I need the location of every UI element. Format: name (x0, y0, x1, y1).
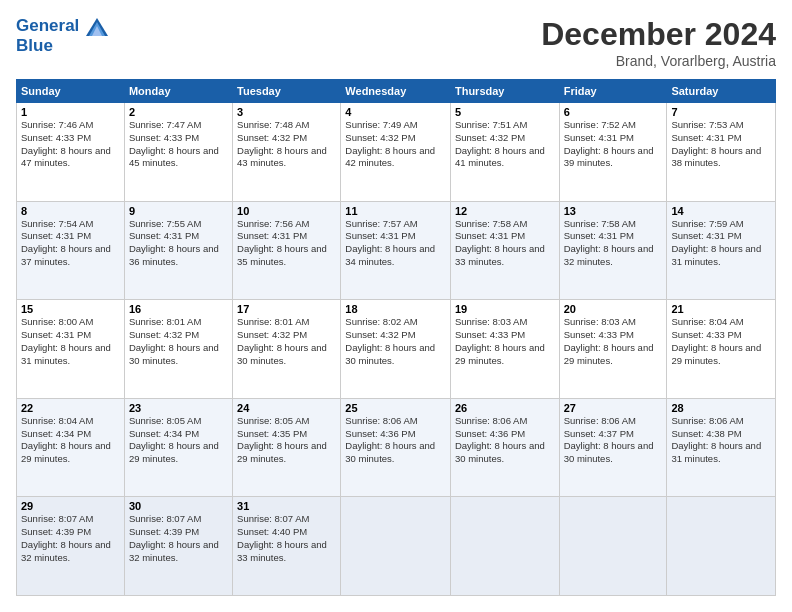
daylight-label: Daylight: 8 hours and 31 minutes. (671, 440, 761, 464)
sunset-label: Sunset: 4:33 PM (21, 132, 91, 143)
sunset-label: Sunset: 4:32 PM (237, 132, 307, 143)
calendar-week-row: 8 Sunrise: 7:54 AM Sunset: 4:31 PM Dayli… (17, 201, 776, 300)
sunrise-label: Sunrise: 8:04 AM (671, 316, 743, 327)
calendar-cell: 20 Sunrise: 8:03 AM Sunset: 4:33 PM Dayl… (559, 300, 667, 399)
sunrise-label: Sunrise: 8:01 AM (237, 316, 309, 327)
day-number: 2 (129, 106, 228, 118)
day-info: Sunrise: 8:01 AM Sunset: 4:32 PM Dayligh… (237, 316, 336, 367)
calendar-table: Sunday Monday Tuesday Wednesday Thursday… (16, 79, 776, 596)
day-number: 28 (671, 402, 771, 414)
daylight-label: Daylight: 8 hours and 30 minutes. (345, 440, 435, 464)
sunset-label: Sunset: 4:40 PM (237, 526, 307, 537)
day-number: 23 (129, 402, 228, 414)
day-info: Sunrise: 8:03 AM Sunset: 4:33 PM Dayligh… (455, 316, 555, 367)
col-wednesday: Wednesday (341, 80, 451, 103)
sunset-label: Sunset: 4:33 PM (129, 132, 199, 143)
day-number: 19 (455, 303, 555, 315)
calendar-week-row: 22 Sunrise: 8:04 AM Sunset: 4:34 PM Dayl… (17, 398, 776, 497)
sunrise-label: Sunrise: 7:59 AM (671, 218, 743, 229)
calendar-cell (450, 497, 559, 596)
sunrise-label: Sunrise: 7:55 AM (129, 218, 201, 229)
sunrise-label: Sunrise: 7:58 AM (564, 218, 636, 229)
daylight-label: Daylight: 8 hours and 34 minutes. (345, 243, 435, 267)
col-tuesday: Tuesday (233, 80, 341, 103)
daylight-label: Daylight: 8 hours and 38 minutes. (671, 145, 761, 169)
sunset-label: Sunset: 4:33 PM (671, 329, 741, 340)
sunset-label: Sunset: 4:36 PM (345, 428, 415, 439)
sunrise-label: Sunrise: 7:56 AM (237, 218, 309, 229)
sunrise-label: Sunrise: 7:54 AM (21, 218, 93, 229)
sunset-label: Sunset: 4:39 PM (21, 526, 91, 537)
sunrise-label: Sunrise: 8:03 AM (564, 316, 636, 327)
calendar-week-row: 29 Sunrise: 8:07 AM Sunset: 4:39 PM Dayl… (17, 497, 776, 596)
day-number: 25 (345, 402, 446, 414)
day-info: Sunrise: 8:02 AM Sunset: 4:32 PM Dayligh… (345, 316, 446, 367)
day-info: Sunrise: 8:06 AM Sunset: 4:36 PM Dayligh… (455, 415, 555, 466)
calendar-week-row: 15 Sunrise: 8:00 AM Sunset: 4:31 PM Dayl… (17, 300, 776, 399)
sunrise-label: Sunrise: 7:46 AM (21, 119, 93, 130)
day-number: 31 (237, 500, 336, 512)
calendar-cell: 26 Sunrise: 8:06 AM Sunset: 4:36 PM Dayl… (450, 398, 559, 497)
sunrise-label: Sunrise: 8:00 AM (21, 316, 93, 327)
day-info: Sunrise: 8:06 AM Sunset: 4:37 PM Dayligh… (564, 415, 663, 466)
sunrise-label: Sunrise: 8:06 AM (671, 415, 743, 426)
day-info: Sunrise: 8:03 AM Sunset: 4:33 PM Dayligh… (564, 316, 663, 367)
col-saturday: Saturday (667, 80, 776, 103)
day-number: 18 (345, 303, 446, 315)
daylight-label: Daylight: 8 hours and 29 minutes. (237, 440, 327, 464)
sunrise-label: Sunrise: 8:02 AM (345, 316, 417, 327)
calendar-header-row: Sunday Monday Tuesday Wednesday Thursday… (17, 80, 776, 103)
daylight-label: Daylight: 8 hours and 30 minutes. (564, 440, 654, 464)
sunset-label: Sunset: 4:31 PM (671, 230, 741, 241)
daylight-label: Daylight: 8 hours and 33 minutes. (237, 539, 327, 563)
page: General Blue December 2024 Brand, Vorarl… (0, 0, 792, 612)
day-number: 27 (564, 402, 663, 414)
sunrise-label: Sunrise: 8:07 AM (21, 513, 93, 524)
sunrise-label: Sunrise: 7:58 AM (455, 218, 527, 229)
sunrise-label: Sunrise: 7:48 AM (237, 119, 309, 130)
day-info: Sunrise: 7:53 AM Sunset: 4:31 PM Dayligh… (671, 119, 771, 170)
sunset-label: Sunset: 4:31 PM (237, 230, 307, 241)
calendar-cell: 17 Sunrise: 8:01 AM Sunset: 4:32 PM Dayl… (233, 300, 341, 399)
day-number: 21 (671, 303, 771, 315)
calendar-cell: 1 Sunrise: 7:46 AM Sunset: 4:33 PM Dayli… (17, 103, 125, 202)
daylight-label: Daylight: 8 hours and 31 minutes. (21, 342, 111, 366)
day-number: 5 (455, 106, 555, 118)
sunrise-label: Sunrise: 8:01 AM (129, 316, 201, 327)
daylight-label: Daylight: 8 hours and 30 minutes. (455, 440, 545, 464)
daylight-label: Daylight: 8 hours and 32 minutes. (129, 539, 219, 563)
calendar-cell: 9 Sunrise: 7:55 AM Sunset: 4:31 PM Dayli… (124, 201, 232, 300)
day-info: Sunrise: 8:07 AM Sunset: 4:39 PM Dayligh… (129, 513, 228, 564)
logo: General Blue (16, 16, 108, 55)
daylight-label: Daylight: 8 hours and 29 minutes. (129, 440, 219, 464)
daylight-label: Daylight: 8 hours and 29 minutes. (21, 440, 111, 464)
day-number: 30 (129, 500, 228, 512)
day-number: 8 (21, 205, 120, 217)
day-info: Sunrise: 8:07 AM Sunset: 4:39 PM Dayligh… (21, 513, 120, 564)
calendar-cell: 24 Sunrise: 8:05 AM Sunset: 4:35 PM Dayl… (233, 398, 341, 497)
logo-general: General (16, 16, 79, 35)
sunset-label: Sunset: 4:32 PM (237, 329, 307, 340)
sunset-label: Sunset: 4:36 PM (455, 428, 525, 439)
calendar-cell: 10 Sunrise: 7:56 AM Sunset: 4:31 PM Dayl… (233, 201, 341, 300)
day-info: Sunrise: 8:06 AM Sunset: 4:38 PM Dayligh… (671, 415, 771, 466)
sunset-label: Sunset: 4:32 PM (129, 329, 199, 340)
sunset-label: Sunset: 4:34 PM (21, 428, 91, 439)
day-info: Sunrise: 8:05 AM Sunset: 4:35 PM Dayligh… (237, 415, 336, 466)
day-number: 4 (345, 106, 446, 118)
sunrise-label: Sunrise: 8:05 AM (129, 415, 201, 426)
sunrise-label: Sunrise: 8:03 AM (455, 316, 527, 327)
daylight-label: Daylight: 8 hours and 36 minutes. (129, 243, 219, 267)
day-info: Sunrise: 8:01 AM Sunset: 4:32 PM Dayligh… (129, 316, 228, 367)
day-info: Sunrise: 7:48 AM Sunset: 4:32 PM Dayligh… (237, 119, 336, 170)
day-number: 26 (455, 402, 555, 414)
calendar-cell (667, 497, 776, 596)
col-friday: Friday (559, 80, 667, 103)
day-info: Sunrise: 7:49 AM Sunset: 4:32 PM Dayligh… (345, 119, 446, 170)
sunset-label: Sunset: 4:37 PM (564, 428, 634, 439)
sunrise-label: Sunrise: 8:06 AM (345, 415, 417, 426)
calendar-cell: 22 Sunrise: 8:04 AM Sunset: 4:34 PM Dayl… (17, 398, 125, 497)
sunset-label: Sunset: 4:31 PM (129, 230, 199, 241)
daylight-label: Daylight: 8 hours and 29 minutes. (564, 342, 654, 366)
day-info: Sunrise: 7:51 AM Sunset: 4:32 PM Dayligh… (455, 119, 555, 170)
